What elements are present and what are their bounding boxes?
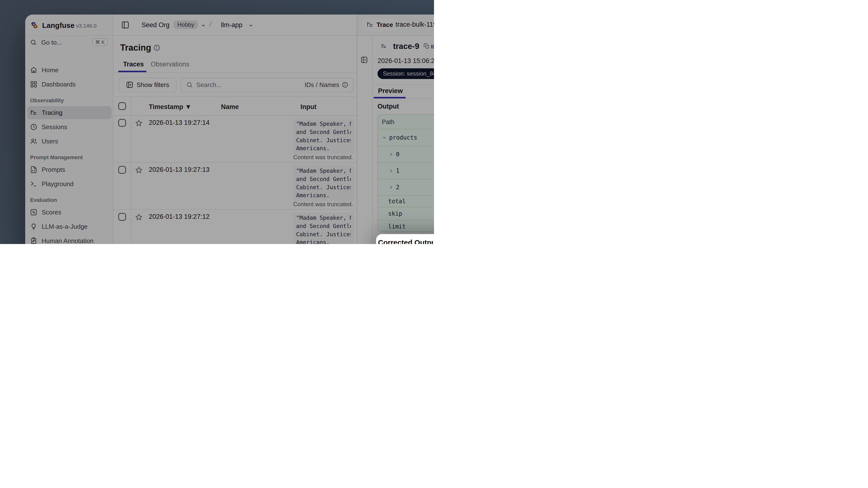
modal-dim-overlay: [25, 14, 434, 244]
corrected-output-modal: Corrected Output (Beta) Saved JSON 1{2 "…: [376, 234, 434, 244]
app-window: Langfuse v3.146.0 Go to... ⌘ K HomeDashb…: [25, 14, 434, 244]
desktop-backdrop: Langfuse v3.146.0 Go to... ⌘ K HomeDashb…: [0, 0, 434, 244]
modal-title: Corrected Output (Beta): [378, 238, 434, 244]
